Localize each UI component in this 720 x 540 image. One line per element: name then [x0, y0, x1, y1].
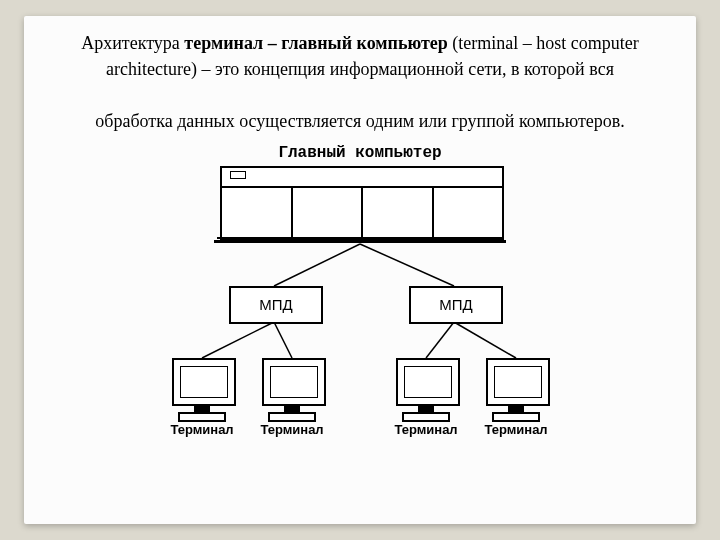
mainframe-body [220, 186, 504, 240]
terminal-label: Терминал [471, 422, 561, 437]
mpd-box-right: МПД [409, 286, 503, 324]
terminal-label: Терминал [157, 422, 247, 437]
svg-line-5 [454, 322, 516, 358]
mainframe-column [222, 188, 293, 238]
architecture-diagram: Главный компьютер [24, 136, 696, 496]
slide-frame: Архитектура терминал – главный компьютер… [24, 16, 696, 524]
desc-bold: терминал – главный компьютер [184, 33, 448, 53]
terminal-screen [494, 366, 542, 398]
svg-line-4 [426, 322, 454, 358]
mainframe-column [293, 188, 364, 238]
mpd-label: МПД [259, 296, 292, 313]
mpd-box-left: МПД [229, 286, 323, 324]
terminal-screen [404, 366, 452, 398]
mainframe-column [363, 188, 434, 238]
terminal-icon [396, 358, 456, 422]
mainframe-base [217, 237, 503, 239]
svg-line-2 [202, 322, 274, 358]
terminal-screen [270, 366, 318, 398]
terminal-monitor [262, 358, 326, 406]
mainframe-base [214, 240, 506, 243]
svg-line-3 [274, 322, 292, 358]
svg-line-1 [360, 244, 454, 286]
terminal-icon [262, 358, 322, 422]
host-computer-icon [220, 166, 500, 236]
terminal-label: Терминал [381, 422, 471, 437]
svg-line-0 [274, 244, 360, 286]
mpd-label: МПД [439, 296, 472, 313]
host-computer-label: Главный компьютер [24, 144, 696, 162]
mainframe-top [220, 166, 504, 188]
terminal-icon [172, 358, 232, 422]
terminal-monitor [486, 358, 550, 406]
terminal-base [492, 412, 540, 422]
description-text: Архитектура терминал – главный компьютер… [48, 30, 672, 134]
desc-prefix: Архитектура [81, 33, 184, 53]
mainframe-column [434, 188, 503, 238]
terminal-base [178, 412, 226, 422]
terminal-monitor [172, 358, 236, 406]
desc-line2: обработка данных осуществляется одним ил… [95, 111, 625, 131]
terminal-screen [180, 366, 228, 398]
mainframe-slot [230, 171, 246, 179]
terminal-base [268, 412, 316, 422]
terminal-monitor [396, 358, 460, 406]
terminal-icon [486, 358, 546, 422]
terminal-base [402, 412, 450, 422]
terminal-label: Терминал [247, 422, 337, 437]
